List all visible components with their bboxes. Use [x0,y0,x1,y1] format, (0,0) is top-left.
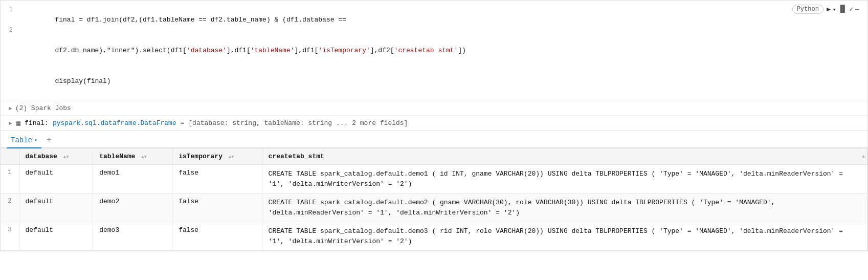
row-num-2: 2 [1,193,19,222]
code-lines[interactable]: final = df1.join(df2,(df1.tableName == d… [19,5,867,97]
tab-table-label: Table [11,136,32,144]
row-num-1: 1 [1,165,19,193]
th-istemporary-label: isTemporary [179,153,222,160]
table-header-row: database ▲▼ tableName ▲▼ isTemporary ▲▼ … [1,148,867,165]
code-editor[interactable]: 1 2 final = df1.join(df2,(df1.tableName … [1,1,867,101]
th-createtab[interactable]: createtab_stmt ▲ [262,148,867,165]
cell-createtab-1: CREATE TABLE spark_catalog.default.demo1… [262,165,867,193]
code-line-1-cont: df2.db_name),"inner").select(df1['databa… [23,35,863,66]
th-database[interactable]: database ▲▼ [19,148,93,165]
view-tabs: Table ▾ + [1,131,867,148]
tab-chevron-icon[interactable]: ▾ [34,137,37,143]
cell-toolbar: Python ▶ ▾ ▐▌ ✓ — [792,5,859,14]
dataframe-info: ▶ ▦ final: pyspark.sql.dataframe.DataFra… [1,116,867,131]
dataframe-table-icon: ▦ [16,119,20,127]
spark-jobs-toggle[interactable]: ▶ [9,105,12,112]
tab-table[interactable]: Table ▾ [7,133,41,148]
table-row: 1 default demo1 false CREATE TABLE spark… [1,165,867,193]
code-line-1: final = df1.join(df2,(df1.tableName == d… [23,5,863,35]
th-createtab-label: createtab_stmt [269,153,324,160]
cell-tablename-2: demo2 [93,193,172,222]
data-table-container[interactable]: database ▲▼ tableName ▲▼ isTemporary ▲▼ … [1,148,867,251]
toolbar-icons: ▶ ▾ ▐▌ ✓ — [827,5,859,14]
dataframe-toggle[interactable]: ▶ [9,120,12,126]
table-header: database ▲▼ tableName ▲▼ isTemporary ▲▼ … [1,148,867,165]
check-icon[interactable]: ✓ [849,5,853,13]
cell-istemporary-3: false [172,222,262,251]
th-database-label: database [26,153,57,160]
th-istemporary[interactable]: isTemporary ▲▼ [172,148,262,165]
spark-jobs-section[interactable]: ▶ (2) Spark Jobs [1,101,867,116]
cell-createtab-2: CREATE TABLE spark_catalog.default.demo2… [262,193,867,222]
dataframe-var-name: final: [25,119,49,127]
table-row: 2 default demo2 false CREATE TABLE spark… [1,193,867,222]
cell-tablename-1: demo1 [93,165,172,193]
cell-database-1: default [19,165,93,193]
cell-database-3: default [19,222,93,251]
cell-createtab-3: CREATE TABLE spark_catalog.default.demo3… [262,222,867,251]
notebook-cell: Python ▶ ▾ ▐▌ ✓ — 1 2 final = df1.join(d… [0,0,868,251]
dataframe-type: pyspark.sql.dataframe.DataFrame [53,119,176,127]
sort-icon-tablename: ▲▼ [141,155,147,160]
data-table: database ▲▼ tableName ▲▼ isTemporary ▲▼ … [1,148,867,251]
row-num-3: 3 [1,222,19,251]
table-row: 3 default demo3 false CREATE TABLE spark… [1,222,867,251]
cell-istemporary-1: false [172,165,262,193]
th-tablename[interactable]: tableName ▲▼ [93,148,172,165]
table-body: 1 default demo1 false CREATE TABLE spark… [1,165,867,251]
code-line-2: display(final) [23,66,863,97]
tab-add-button[interactable]: + [41,134,57,148]
line-number-2: 2 [7,25,13,35]
run-button[interactable]: ▶ [827,5,831,13]
sort-icon-istemporary: ▲▼ [229,155,234,160]
th-tablename-label: tableName [99,153,135,160]
dataframe-fields: = [database: string, tableName: string .… [181,119,408,127]
spark-jobs-label: (2) Spark Jobs [15,104,71,112]
scroll-up-icon[interactable]: ▲ [862,154,865,159]
cell-database-2: default [19,193,93,222]
sort-icon-database: ▲▼ [63,155,69,160]
line-number-blank [7,15,13,25]
cell-tablename-3: demo3 [93,222,172,251]
line-numbers: 1 2 [1,5,19,97]
minimize-icon[interactable]: — [855,6,859,13]
cell-istemporary-2: false [172,193,262,222]
run-dropdown[interactable]: ▾ [833,6,836,13]
chart-icon[interactable]: ▐▌ [838,5,847,14]
language-badge[interactable]: Python [792,5,824,14]
th-row-num [1,148,19,165]
line-number-1: 1 [7,5,13,15]
